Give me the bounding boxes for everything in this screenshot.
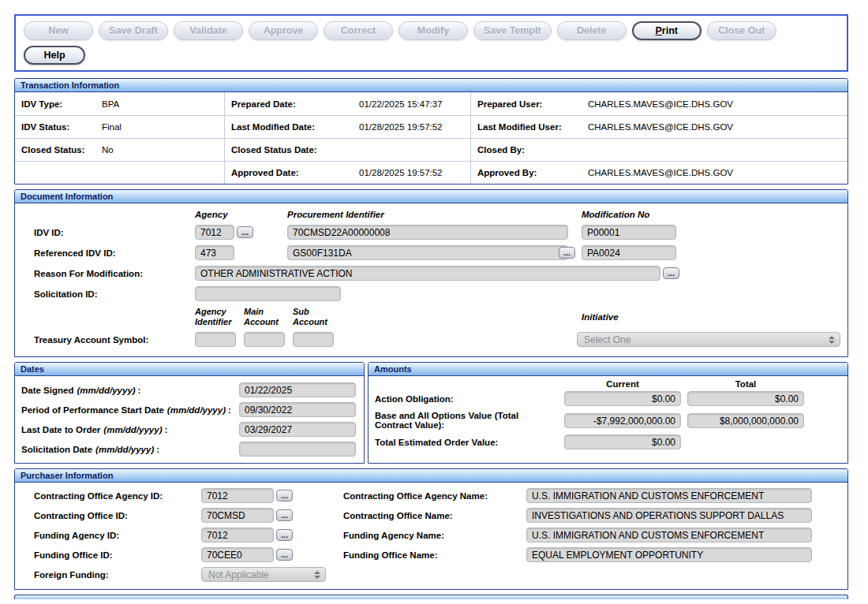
funding-agency-id-field[interactable]: 7012 (201, 528, 274, 542)
idv-id-agency-field[interactable]: 7012 (195, 225, 234, 240)
closed-status-value: No (102, 145, 114, 155)
approved-by-value: CHARLES.MAVES@ICE.DHS.GOV (588, 168, 733, 177)
select-arrows-icon (314, 571, 320, 579)
modify-button[interactable]: Modify (398, 21, 468, 40)
contracting-office-id-lookup-button[interactable]: ... (276, 509, 293, 521)
date-signed-field[interactable]: 01/22/2025 (239, 382, 356, 397)
main-account-header: Main Account (244, 307, 285, 326)
table-row: Approved Date:01/28/2025 19:57:52 Approv… (15, 161, 847, 184)
treasury-account-symbol-row: Treasury Account Symbol: Select One (34, 332, 847, 347)
closed-status-date-label: Closed Status Date: (231, 145, 359, 155)
idv-id-procurement-field[interactable]: 70CMSD22A00000008 (287, 225, 568, 240)
referenced-idv-agency-field[interactable]: 473 (195, 245, 234, 260)
funding-office-name-field[interactable]: EQUAL EMPLOYMENT OPPORTUNITY (526, 547, 812, 562)
solicitation-date-field[interactable] (239, 442, 356, 457)
select-arrows-icon (829, 336, 835, 344)
total-estimated-order-value-current-field[interactable]: $0.00 (564, 434, 681, 449)
idv-status-label: IDV Status: (21, 122, 102, 132)
contracting-office-agency-id-field[interactable]: 7012 (201, 488, 274, 503)
treasury-main-account-field[interactable] (244, 332, 285, 347)
contracting-office-name-label: Contracting Office Name: (343, 511, 526, 520)
table-row: IDV Type:BPA Prepared Date:01/22/2025 15… (15, 92, 847, 115)
contracting-office-id-field[interactable]: 70CMSD (201, 508, 274, 523)
solicitation-id-field[interactable] (195, 286, 341, 301)
delete-button[interactable]: Delete (557, 21, 627, 40)
fpds-idv-page: New Save Draft Validate Approve Correct … (0, 0, 868, 599)
purchaser-information-section: Purchaser Information Contracting Office… (14, 468, 848, 590)
funding-agency-id-lookup-button[interactable]: ... (276, 529, 293, 541)
base-and-all-options-row: Base and All Options Value (Total Contra… (375, 411, 804, 430)
approve-button[interactable]: Approve (249, 21, 318, 40)
initiative-select[interactable]: Select One (577, 332, 840, 347)
base-and-all-options-current-field[interactable]: -$7,992,000,000.00 (564, 413, 681, 428)
last-modified-date-label: Last Modified Date: (231, 122, 359, 132)
funding-office-id-lookup-button[interactable]: ... (276, 549, 293, 561)
treasury-sub-account-field[interactable] (293, 332, 334, 347)
funding-office-name-label: Funding Office Name: (343, 550, 526, 560)
action-obligation-current-field[interactable]: $0.00 (564, 391, 681, 406)
new-button[interactable]: New (24, 21, 93, 40)
contracting-office-agency-name-field[interactable]: U.S. IMMIGRATION AND CUSTOMS ENFORCEMENT (526, 488, 812, 503)
help-button-label: Help (35, 50, 74, 61)
base-and-all-options-total-field[interactable]: $8,000,000,000.00 (687, 413, 804, 428)
idv-id-agency-lookup-button[interactable]: ... (237, 226, 253, 238)
table-row: IDV Status:Final Last Modified Date:01/2… (15, 115, 847, 138)
contracting-office-agency-row: Contracting Office Agency ID: 7012 ... C… (34, 488, 847, 503)
closed-status-label: Closed Status: (21, 145, 102, 155)
reason-for-modification-label: Reason For Modification: (34, 269, 195, 278)
funding-office-row: Funding Office ID: 70CEE0 ... Funding Of… (34, 547, 847, 562)
idv-type-label: IDV Type: (21, 99, 102, 109)
approved-date-label: Approved Date: (231, 168, 359, 177)
dates-section: Dates Date Signed(mm/dd/yyyy): 01/22/202… (14, 362, 365, 464)
reason-for-modification-field[interactable]: OTHER ADMINISTRATIVE ACTION (195, 266, 660, 281)
ellipsis-icon: ... (281, 510, 288, 520)
last-date-to-order-label: Last Date to Order(mm/dd/yyyy): (21, 425, 239, 434)
approve-button-label: Approve (259, 25, 308, 36)
solicitation-id-row: Solicitation ID: (34, 286, 847, 301)
foreign-funding-select[interactable]: Not Applicable (201, 567, 326, 582)
funding-office-id-field[interactable]: 70CEE0 (201, 547, 274, 562)
reason-for-modification-row: Reason For Modification: OTHER ADMINISTR… (34, 266, 847, 281)
print-button[interactable]: Print (632, 21, 702, 40)
correct-button[interactable]: Correct (324, 21, 393, 40)
total-estimated-order-value-row: Total Estimated Order Value: $0.00 (375, 434, 804, 449)
idv-id-modification-field[interactable]: P00001 (582, 225, 676, 240)
purchaser-information-header: Purchaser Information (15, 469, 847, 483)
idv-status-value: Final (102, 122, 122, 132)
validate-button[interactable]: Validate (174, 21, 243, 40)
action-obligation-label: Action Obligation: (375, 394, 558, 404)
purchaser-information-body: Contracting Office Agency ID: 7012 ... C… (15, 483, 847, 589)
next-section-header-partial (14, 595, 848, 599)
reason-for-modification-lookup-button[interactable]: ... (663, 267, 679, 279)
solicitation-id-label: Solicitation ID: (34, 289, 195, 299)
agency-column-header: Agency (195, 210, 287, 219)
save-draft-button[interactable]: Save Draft (99, 21, 168, 40)
treasury-agency-identifier-field[interactable] (195, 332, 236, 347)
validate-button-label: Validate (184, 25, 233, 36)
procurement-identifier-column-header: Procurement Identifier (287, 210, 582, 219)
referenced-idv-lookup-button[interactable]: ... (559, 247, 575, 259)
contracting-office-name-field[interactable]: INVESTIGATIONS AND OPERATIONS SUPPORT DA… (526, 508, 812, 523)
referenced-idv-modification-field[interactable]: PA0024 (582, 245, 676, 260)
idv-id-label: IDV ID: (34, 228, 195, 237)
toolbar: New Save Draft Validate Approve Correct … (14, 14, 848, 72)
action-obligation-total-field[interactable]: $0.00 (687, 391, 804, 406)
document-information-section: Document Information Agency Procurement … (14, 189, 848, 357)
contracting-office-agency-id-label: Contracting Office Agency ID: (34, 491, 201, 501)
referenced-idv-label: Referenced IDV ID: (34, 248, 195, 258)
close-out-button[interactable]: Close Out (707, 21, 776, 40)
last-date-to-order-field[interactable]: 03/29/2027 (239, 422, 356, 437)
referenced-idv-procurement-field[interactable]: GS00F131DA (287, 245, 568, 260)
total-column-header: Total (687, 379, 804, 389)
date-signed-row: Date Signed(mm/dd/yyyy): 01/22/2025 (21, 382, 356, 397)
prepared-user-value: CHARLES.MAVES@ICE.DHS.GOV (588, 99, 733, 109)
help-button[interactable]: Help (24, 46, 85, 65)
solicitation-date-label: Solicitation Date(mm/dd/yyyy): (21, 445, 239, 454)
modify-button-label: Modify (409, 25, 458, 36)
save-template-button[interactable]: Save Templt (473, 21, 552, 40)
performance-start-date-label: Period of Performance Start Date(mm/dd/y… (21, 405, 239, 415)
close-out-button-label: Close Out (717, 25, 766, 36)
contracting-office-agency-id-lookup-button[interactable]: ... (276, 490, 293, 501)
funding-agency-name-field[interactable]: U.S. IMMIGRATION AND CUSTOMS ENFORCEMENT (526, 528, 812, 542)
performance-start-date-field[interactable]: 09/30/2022 (239, 402, 356, 417)
